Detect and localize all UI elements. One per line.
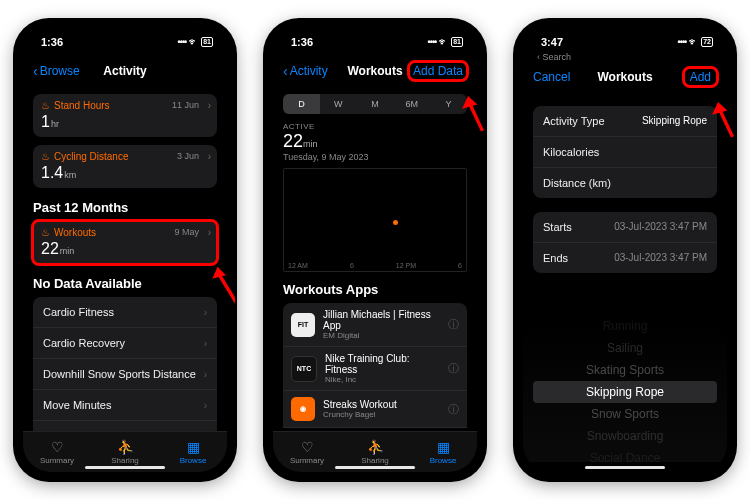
app-row-nike[interactable]: NTC Nike Training Club: FitnessNike, Inc…	[283, 347, 467, 391]
wifi-icon: ᯤ	[689, 37, 698, 47]
tab-summary[interactable]: ♡Summary	[273, 432, 341, 472]
card-cycling[interactable]: ♨Cycling Distance 3 Jun › 1.4km	[33, 145, 217, 188]
tab-label: Sharing	[361, 456, 389, 465]
app-icon: NTC	[291, 356, 317, 382]
app-name: Streaks Workout	[323, 399, 440, 410]
picker-option[interactable]: Snow Sports	[591, 403, 659, 425]
mini-back-search[interactable]: ‹ Search	[523, 52, 727, 62]
card-date: 3 Jun	[177, 151, 199, 161]
row-cardio-recovery[interactable]: Cardio Recovery›	[33, 328, 217, 359]
info-icon[interactable]: ⓘ	[448, 402, 459, 417]
people-icon: ⛹	[117, 439, 134, 455]
field-ends[interactable]: Ends 03-Jul-2023 3:47 PM	[533, 243, 717, 273]
tab-browse[interactable]: ▦Browse	[409, 432, 477, 472]
chevron-right-icon: ›	[204, 338, 207, 349]
battery-icon: 81	[451, 37, 463, 47]
card-workouts[interactable]: ♨Workouts 9 May › 22min	[33, 221, 217, 264]
seg-month[interactable]: M	[357, 94, 394, 114]
app-icon: ◉	[291, 397, 315, 421]
info-icon[interactable]: ⓘ	[448, 317, 459, 332]
grid-icon: ▦	[187, 439, 200, 455]
app-row-jillian[interactable]: FIT Jillian Michaels | Fitness AppEM Dig…	[283, 303, 467, 347]
picker-option[interactable]: Snowboarding	[587, 425, 664, 447]
tab-label: Browse	[180, 456, 207, 465]
nav-bar: ‹ Activity Workouts Add Data	[273, 56, 477, 86]
seg-6month[interactable]: 6M	[393, 94, 430, 114]
card-value: 1	[41, 113, 50, 130]
field-label: Kilocalories	[543, 146, 599, 158]
active-label: ACTIVE	[283, 122, 467, 131]
card-label: Workouts	[54, 227, 96, 238]
picker-option[interactable]: Running	[603, 315, 648, 337]
row-nikefuel[interactable]: NikeFuel›	[33, 421, 217, 431]
tab-label: Sharing	[111, 456, 139, 465]
chevron-right-icon: ›	[204, 400, 207, 411]
back-button[interactable]: ‹ Browse	[33, 63, 80, 79]
battery-icon: 81	[201, 37, 213, 47]
notch	[70, 20, 180, 42]
nav-bar: ‹ Browse Activity	[23, 56, 227, 86]
card-date: 9 May	[174, 227, 199, 237]
status-right: •••• ᯤ 81	[178, 37, 213, 47]
chevron-right-icon: ›	[208, 227, 211, 238]
grid-icon: ▦	[437, 439, 450, 455]
home-indicator[interactable]	[335, 466, 415, 469]
status-time: 1:36	[291, 36, 313, 48]
section-past12: Past 12 Months	[33, 200, 217, 215]
card-stand-hours[interactable]: ♨Stand Hours 11 Jun › 1hr	[33, 94, 217, 137]
tab-browse[interactable]: ▦Browse	[159, 432, 227, 472]
activity-picker[interactable]: Running Sailing Skating Sports Skipping …	[523, 322, 727, 462]
home-indicator[interactable]	[585, 466, 665, 469]
field-label: Starts	[543, 221, 572, 233]
seg-year[interactable]: Y	[430, 94, 467, 114]
app-publisher: EM Digital	[323, 331, 440, 340]
flame-icon: ♨	[41, 227, 50, 238]
home-indicator[interactable]	[85, 466, 165, 469]
field-label: Activity Type	[543, 115, 605, 127]
field-label: Distance (km)	[543, 177, 611, 189]
seg-week[interactable]: W	[320, 94, 357, 114]
row-downhill[interactable]: Downhill Snow Sports Distance›	[33, 359, 217, 390]
picker-option-selected[interactable]: Skipping Rope	[533, 381, 717, 403]
field-value: Skipping Rope	[642, 115, 707, 127]
field-activity-type[interactable]: Activity Type Skipping Rope	[533, 106, 717, 137]
card-unit: hr	[51, 119, 59, 129]
field-distance[interactable]: Distance (km)	[533, 168, 717, 198]
active-date: Tuesday, 9 May 2023	[283, 152, 467, 162]
row-move-minutes[interactable]: Move Minutes›	[33, 390, 217, 421]
row-cardio-fitness[interactable]: Cardio Fitness›	[33, 297, 217, 328]
signal-icon: ••••	[178, 37, 187, 47]
row-label: Cardio Fitness	[43, 306, 114, 318]
picker-option[interactable]: Skating Sports	[586, 359, 664, 381]
nav-bar: Cancel Workouts Add	[523, 62, 727, 92]
notch	[570, 20, 680, 42]
app-row-streaks[interactable]: ◉ Streaks WorkoutCrunchy Bagel ⓘ	[283, 391, 467, 428]
back-button[interactable]: ‹ Activity	[283, 63, 328, 79]
wifi-icon: ᯤ	[439, 37, 448, 47]
workouts-chart[interactable]: 12 AM612 PM6	[283, 168, 467, 272]
add-button[interactable]: Add	[684, 68, 717, 86]
card-label: Stand Hours	[54, 100, 110, 111]
app-name: Nike Training Club: Fitness	[325, 353, 440, 375]
field-label: Ends	[543, 252, 568, 264]
back-label: Browse	[40, 64, 80, 78]
seg-day[interactable]: D	[283, 94, 320, 114]
cancel-button[interactable]: Cancel	[533, 70, 570, 84]
row-label: Move Minutes	[43, 399, 111, 411]
battery-icon: 72	[701, 37, 713, 47]
add-data-button[interactable]: Add Data	[409, 62, 467, 80]
tab-label: Browse	[430, 456, 457, 465]
info-icon[interactable]: ⓘ	[448, 361, 459, 376]
heart-icon: ♡	[301, 439, 314, 455]
card-unit: km	[64, 170, 76, 180]
field-starts[interactable]: Starts 03-Jul-2023 3:47 PM	[533, 212, 717, 243]
back-label: Activity	[290, 64, 328, 78]
tab-summary[interactable]: ♡Summary	[23, 432, 91, 472]
field-kilocalories[interactable]: Kilocalories	[533, 137, 717, 168]
card-date: 11 Jun	[172, 100, 199, 110]
card-label: Cycling Distance	[54, 151, 128, 162]
section-nodata: No Data Available	[33, 276, 217, 291]
time-range-segmented[interactable]: D W M 6M Y	[283, 94, 467, 114]
picker-option[interactable]: Sailing	[607, 337, 643, 359]
card-value: 1.4	[41, 164, 63, 181]
